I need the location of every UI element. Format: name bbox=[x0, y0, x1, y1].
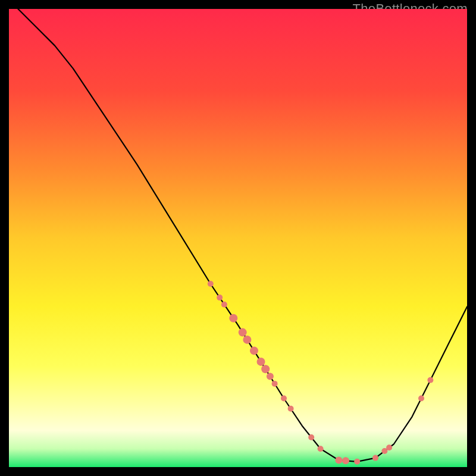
data-point bbox=[272, 381, 278, 387]
chart-svg bbox=[9, 9, 467, 467]
data-point bbox=[354, 459, 360, 465]
data-point bbox=[208, 281, 214, 287]
plot-area bbox=[9, 9, 467, 467]
data-point bbox=[250, 346, 258, 355]
data-point bbox=[386, 444, 392, 450]
data-point bbox=[217, 295, 223, 300]
data-point bbox=[261, 365, 270, 373]
data-point bbox=[308, 434, 314, 440]
data-point bbox=[229, 314, 237, 322]
data-point bbox=[281, 396, 287, 402]
data-point bbox=[243, 336, 251, 344]
data-point bbox=[318, 446, 324, 452]
chart-container: TheBottleneck.com bbox=[0, 0, 476, 476]
data-point bbox=[418, 396, 424, 402]
data-point bbox=[257, 358, 265, 366]
data-point bbox=[221, 302, 227, 308]
data-point bbox=[427, 377, 433, 383]
data-point bbox=[267, 373, 274, 380]
data-point bbox=[372, 455, 378, 461]
data-point bbox=[335, 457, 342, 464]
data-point bbox=[342, 457, 349, 464]
svg-rect-0 bbox=[9, 9, 467, 467]
data-point bbox=[288, 406, 294, 412]
data-point bbox=[239, 328, 247, 337]
